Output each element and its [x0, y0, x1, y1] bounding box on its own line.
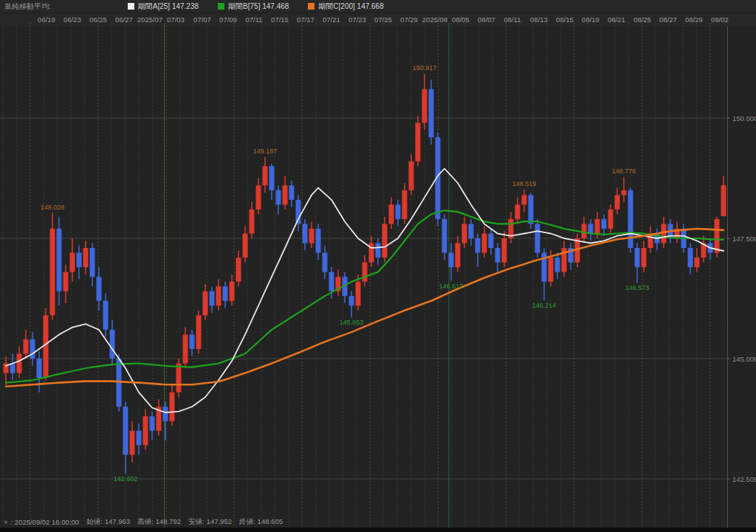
candle-up [642, 248, 647, 267]
candle-down [123, 407, 128, 455]
swing-low-label: 142.602 [114, 475, 138, 483]
candle-up [409, 162, 414, 190]
candle-up [170, 393, 175, 421]
candle-up [24, 339, 29, 354]
candle-up [130, 431, 135, 455]
date-tick-label: 07/17 [297, 15, 315, 24]
swing-low-label: 146.214 [532, 302, 557, 309]
date-tick-label: 07/21 [323, 15, 340, 24]
candle-up [482, 233, 487, 252]
plot-background [0, 27, 756, 532]
candle-up [256, 185, 261, 210]
date-tick-label: 08/27 [659, 15, 677, 24]
price-tick-label: 150.000 [732, 114, 756, 122]
candle-down [110, 330, 115, 359]
candle-down [555, 258, 560, 272]
candle-up [50, 229, 55, 315]
legend-bar: 単純移動平均: 期間A[25] 147.238期間B[75] 147.468期間… [0, 0, 756, 13]
candle-up [83, 248, 89, 267]
legend-item-label: 期間C[200] 147.668 [318, 1, 383, 12]
candle-up [183, 334, 188, 363]
ohlc-fields: 始値:147.963高値:148.792安値:147.952終値:148.605 [79, 517, 283, 527]
candle-up [243, 233, 248, 258]
swing-high-label: 150.917 [413, 64, 437, 72]
ma-a-color-swatch [128, 3, 134, 10]
candle-down [449, 253, 454, 268]
trading-chart-window: 150.000147.500145.000142.500148.028149.1… [0, 0, 756, 532]
candle-down [303, 224, 308, 243]
candle-down [475, 238, 481, 253]
date-tick-label: 08/19 [582, 15, 599, 24]
candle-down [588, 224, 594, 233]
date-tick-label: 08/13 [530, 15, 548, 24]
candle-down [429, 89, 434, 137]
candle-down [269, 166, 275, 190]
date-tick-label: 07/09 [219, 15, 237, 24]
candle-up [143, 416, 148, 445]
candle-up [595, 219, 600, 234]
candle-down [117, 359, 122, 407]
candle-down [602, 219, 607, 229]
candle-up [250, 210, 255, 234]
candle-down [535, 224, 540, 252]
candle-up [456, 243, 461, 268]
candle-down [442, 219, 447, 253]
legend-item-ma-b[interactable]: 期間B[75] 147.468 [218, 1, 289, 12]
candle-up [309, 229, 315, 243]
candle-down [223, 286, 228, 301]
date-tick-label: 08/07 [478, 15, 495, 24]
candle-down [150, 416, 155, 431]
candle-up [236, 258, 241, 282]
candle-up [615, 195, 620, 210]
date-tick-label: 07/29 [400, 15, 418, 24]
price-tick-label: 145.000 [732, 355, 756, 363]
candle-up [283, 185, 288, 204]
candle-up [389, 204, 394, 224]
candle-up [356, 282, 361, 306]
date-tick-label: 06/25 [89, 15, 107, 24]
swing-high-label: 148.028 [41, 204, 65, 211]
price-tick-label: 147.500 [732, 235, 756, 243]
candle-up [382, 224, 388, 258]
candle-up [362, 263, 368, 282]
candle-up [715, 219, 720, 253]
candle-down [190, 334, 195, 349]
candle-down [210, 291, 215, 306]
candle-down [137, 431, 142, 446]
price-tick-label: 142.500 [732, 475, 756, 483]
candle-down [396, 204, 401, 219]
scrollbar-track[interactable] [0, 528, 756, 532]
candle-down [376, 243, 381, 258]
legend-item-ma-c[interactable]: 期間C[200] 147.668 [308, 1, 383, 12]
candle-up [695, 258, 700, 267]
legend-item-ma-a[interactable]: 期間A[25] 147.238 [128, 1, 199, 12]
ohlc-field-value: 148.605 [258, 517, 283, 525]
swing-high-label: 148.519 [512, 180, 537, 187]
date-tick-label: 08/29 [685, 15, 703, 24]
date-tick-label: 06/23 [63, 15, 81, 24]
candle-up [422, 89, 427, 123]
date-tick-label: 07/23 [348, 15, 366, 24]
ohlc-field: 始値:147.963 [86, 517, 130, 527]
date-axis: 06/1906/2306/2506/272025/0707/0307/0707/… [0, 13, 756, 24]
candle-down [37, 359, 42, 378]
date-tick-label: 08/25 [633, 15, 651, 24]
date-tick-label: 06/19 [38, 15, 55, 24]
candle-up [608, 210, 614, 229]
swing-low-label: 146.573 [625, 284, 650, 291]
price-chart[interactable]: 150.000147.500145.000142.500148.028149.1… [0, 0, 756, 532]
date-tick-label: 2025/08 [422, 15, 447, 24]
date-tick-label: 06/27 [115, 15, 133, 24]
ma-c-color-swatch [308, 3, 315, 10]
moving-average-legend-title: 単純移動平均: [4, 1, 51, 12]
ohlc-field-value: 147.963 [105, 517, 130, 525]
candle-down [10, 364, 16, 373]
candle-down [316, 229, 321, 253]
candle-down [77, 253, 82, 268]
candle-up [462, 224, 467, 243]
swing-high-label: 149.187 [253, 148, 278, 155]
ohlc-field: 終値:148.605 [239, 517, 283, 527]
candle-down [688, 248, 693, 267]
candle-up [70, 253, 75, 272]
candle-down [469, 224, 474, 238]
